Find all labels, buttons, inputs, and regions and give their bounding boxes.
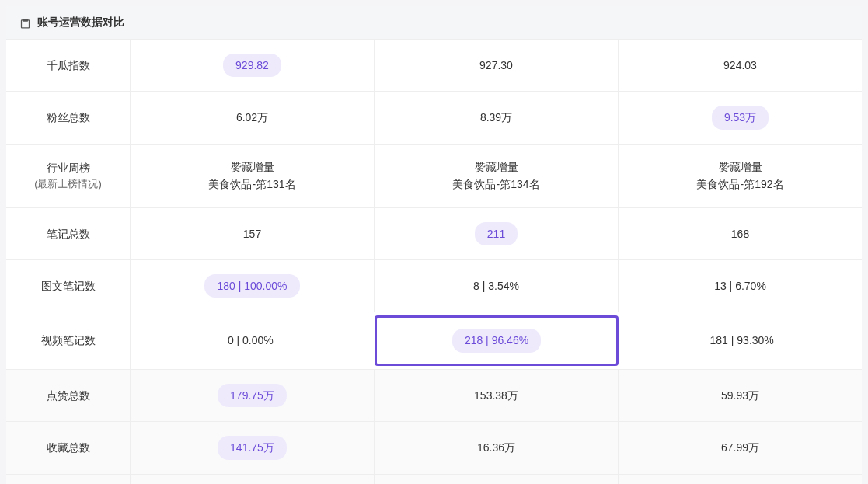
comparison-panel: 账号运营数据对比 千瓜指数929.82927.30924.03粉丝总数6.02万… [6,6,862,484]
data-cell: 67.99万 [619,422,862,473]
row-label: 点赞总数 [6,370,131,421]
cell-value: 59.93万 [721,387,759,404]
cell-value: 141.75万 [218,436,287,459]
cell-value: 13 | 6.70% [714,277,766,294]
table-row: 点赞总数179.75万153.38万59.93万 [6,370,862,422]
data-cell: 6.02万 [131,92,375,143]
table-row: 收藏总数141.75万16.36万67.99万 [6,422,862,474]
data-cell: 4,917 [619,475,862,484]
row-label-text: 行业周榜 [47,159,90,176]
cell-value: 赞藏增量 [475,158,518,176]
comparison-table: 千瓜指数929.82927.30924.03粉丝总数6.02万8.39万9.53… [6,40,862,484]
table-row: 行业周榜(最新上榜情况)赞藏增量美食饮品-第131名赞藏增量美食饮品-第134名… [6,145,862,208]
cell-value: 16.36万 [477,439,515,456]
data-cell: 218 | 96.46% [375,315,619,365]
row-label: 收藏总数 [6,422,131,473]
table-row: 图文笔记数180 | 100.00%8 | 3.54%13 | 6.70% [6,260,862,312]
data-cell: 1.7万 [375,475,619,484]
cell-value: 924.03 [723,57,757,74]
data-cell: 13 | 6.70% [619,260,862,312]
data-cell: 赞藏增量美食饮品-第131名 [131,145,375,207]
cell-value: 168 [731,225,749,242]
data-cell: 157 [131,208,375,259]
data-cell: 59.93万 [619,370,862,421]
cell-value: 929.82 [223,54,281,77]
cell-sub-value: 美食饮品-第131名 [208,176,295,193]
table-row: 粉丝总数6.02万8.39万9.53万 [6,92,862,144]
table-row: 千瓜指数929.82927.30924.03 [6,40,862,92]
cell-value: 67.99万 [721,439,759,456]
clipboard-icon [19,16,31,29]
row-label-text: 收藏总数 [47,439,90,456]
panel-title: 账号运营数据对比 [37,16,124,30]
data-cell: 179.75万 [131,370,375,421]
cell-value: 8.39万 [480,109,512,126]
row-label-text: 粉丝总数 [47,109,90,126]
data-cell: 0 | 0.00% [131,312,371,368]
data-cell: 赞藏增量美食饮品-第134名 [375,145,619,207]
table-row: 评论总数8,8471.7万4,917 [6,475,862,484]
cell-value: 153.38万 [474,387,518,404]
cell-value: 211 [475,222,518,245]
cell-value: 179.75万 [218,384,287,407]
row-label: 千瓜指数 [6,40,131,91]
data-cell: 181 | 93.30% [622,312,862,368]
table-row: 笔记总数157211168 [6,208,862,260]
data-cell: 929.82 [131,40,375,91]
row-label: 图文笔记数 [6,260,131,312]
row-label: 笔记总数 [6,208,131,259]
table-row: 视频笔记数0 | 0.00%218 | 96.46%181 | 93.30% [6,312,862,369]
cell-value: 9.53万 [712,106,769,129]
data-cell: 9.53万 [619,92,862,143]
data-cell: 927.30 [375,40,619,91]
cell-value: 6.02万 [236,109,268,126]
row-label-text: 图文笔记数 [41,277,96,294]
data-cell: 16.36万 [375,422,619,473]
data-cell: 8.39万 [375,92,619,143]
row-label-text: 点赞总数 [47,387,90,404]
row-label: 粉丝总数 [6,92,131,143]
row-label: 评论总数 [6,475,131,484]
row-label-text: 千瓜指数 [47,57,90,74]
panel-header: 账号运营数据对比 [6,6,862,40]
row-label: 行业周榜(最新上榜情况) [6,145,131,207]
data-cell: 924.03 [619,40,862,91]
data-cell: 153.38万 [375,370,619,421]
cell-sub-value: 美食饮品-第134名 [452,176,539,193]
cell-value: 赞藏增量 [719,158,762,176]
cell-value: 8 | 3.54% [473,277,519,294]
cell-value: 180 | 100.00% [204,274,299,298]
data-cell: 8,847 [131,475,375,484]
data-cell: 168 [619,208,862,259]
row-label-sub: (最新上榜情况) [34,176,102,193]
row-label-text: 视频笔记数 [41,332,96,349]
data-cell: 赞藏增量美食饮品-第192名 [619,145,862,207]
cell-value: 0 | 0.00% [228,332,274,349]
row-label-text: 笔记总数 [47,225,90,242]
row-label: 视频笔记数 [6,312,131,368]
data-cell: 211 [375,208,619,259]
cell-value: 218 | 96.46% [452,329,541,352]
cell-sub-value: 美食饮品-第192名 [696,176,783,193]
data-cell: 141.75万 [131,422,375,473]
data-cell: 8 | 3.54% [375,260,619,312]
cell-value: 927.30 [479,57,513,74]
data-cell: 180 | 100.00% [131,260,375,312]
cell-value: 157 [243,225,261,242]
cell-value: 181 | 93.30% [710,332,774,349]
cell-value: 赞藏增量 [231,158,274,176]
